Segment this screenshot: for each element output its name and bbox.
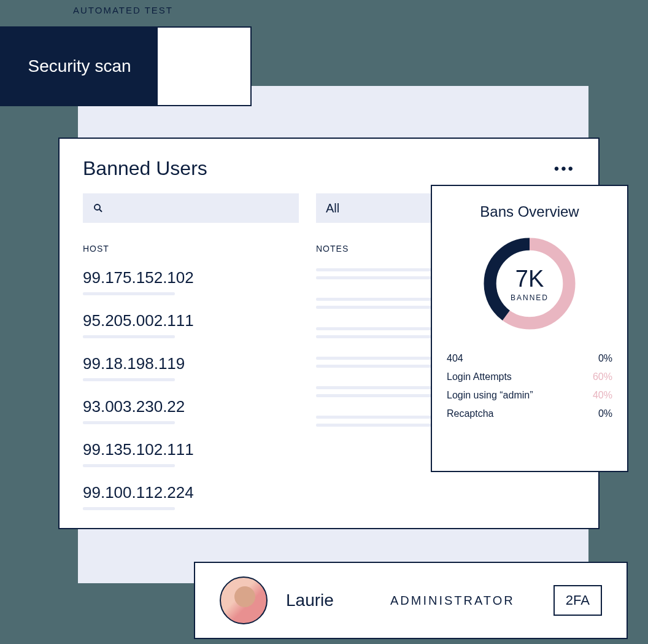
placeholder-line — [83, 464, 175, 467]
stat-row: Recaptcha0% — [447, 408, 612, 419]
host-item[interactable]: 93.003.230.22 — [83, 397, 299, 416]
bans-overview-card: Bans Overview 7K BANNED 4040%Login Attem… — [431, 185, 628, 472]
search-input[interactable] — [83, 193, 299, 223]
bans-count: 7K — [515, 266, 544, 292]
security-scan-title: Security scan — [28, 56, 131, 76]
host-item[interactable]: 99.175.152.102 — [83, 268, 299, 287]
svg-point-0 — [94, 204, 100, 210]
stat-value: 40% — [593, 390, 612, 401]
placeholder-line — [83, 292, 175, 295]
bans-count-label: BANNED — [511, 293, 549, 302]
bans-donut-chart: 7K BANNED — [477, 231, 582, 336]
placeholder-line — [83, 421, 175, 424]
stat-label: 404 — [447, 353, 463, 364]
placeholder-line — [83, 507, 175, 510]
stat-value: 60% — [593, 371, 612, 382]
stat-label: Login using “admin” — [447, 390, 533, 401]
stat-row: Login Attempts60% — [447, 371, 612, 382]
placeholder-line — [83, 335, 175, 338]
automated-test-label: AUTOMATED TEST — [73, 5, 173, 15]
stat-label: Login Attempts — [447, 371, 512, 382]
search-icon — [93, 203, 104, 214]
user-profile-card: Laurie ADMINISTRATOR 2FA — [194, 562, 628, 639]
host-item[interactable]: 95.205.002.111 — [83, 311, 299, 330]
placeholder-line — [83, 378, 175, 381]
host-item[interactable]: 99.100.112.224 — [83, 483, 299, 502]
host-item[interactable]: 99.135.102.111 — [83, 440, 299, 459]
stat-label: Recaptcha — [447, 408, 494, 419]
user-name: Laurie — [286, 591, 372, 610]
stat-row: Login using “admin”40% — [447, 390, 612, 401]
avatar — [220, 576, 268, 624]
column-header-host: HOST — [83, 244, 299, 254]
more-menu-icon[interactable]: ••• — [554, 160, 575, 177]
security-scan-card: Security scan — [0, 26, 252, 106]
twofa-badge[interactable]: 2FA — [554, 585, 602, 616]
stat-value: 0% — [598, 353, 612, 364]
stat-value: 0% — [598, 408, 612, 419]
security-scan-progress: Security scan — [1, 28, 158, 105]
host-item[interactable]: 99.18.198.119 — [83, 354, 299, 373]
banned-users-title: Banned Users — [83, 157, 207, 180]
stat-row: 4040% — [447, 353, 612, 364]
filter-select-value: All — [326, 201, 339, 215]
bans-overview-title: Bans Overview — [447, 203, 612, 220]
svg-line-1 — [99, 209, 102, 212]
user-role: ADMINISTRATOR — [390, 594, 535, 608]
